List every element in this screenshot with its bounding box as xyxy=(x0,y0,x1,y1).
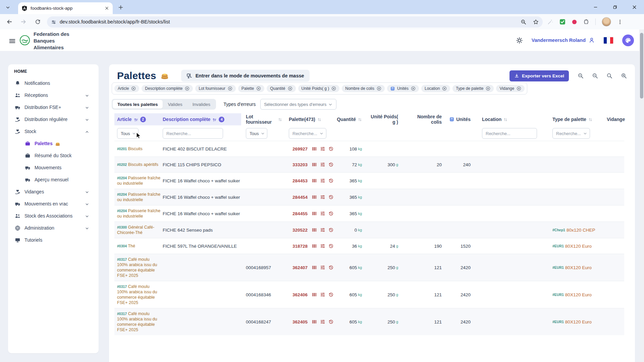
sidebar-item-stock[interactable]: Stock xyxy=(8,125,99,137)
column-header-quantite[interactable]: Quantité xyxy=(336,113,369,125)
sidebar-item-tutoriels[interactable]: Tutoriels xyxy=(8,234,99,246)
back-button[interactable] xyxy=(5,17,14,26)
chip-remove-icon[interactable] xyxy=(442,86,447,91)
history-icon[interactable] xyxy=(328,211,334,216)
sliders-icon[interactable] xyxy=(320,162,325,167)
table-row[interactable]: #0317 Café moulu 100% arabica issu du co… xyxy=(114,254,624,281)
search-icon[interactable] xyxy=(606,73,612,79)
filter-chip-vidange[interactable]: Vidange xyxy=(496,85,525,92)
sliders-icon[interactable] xyxy=(320,292,325,297)
filter-select-lot[interactable]: Tous xyxy=(246,128,267,139)
filter-select-article[interactable]: Tous xyxy=(117,128,139,139)
filter-chip-article[interactable]: Article xyxy=(114,85,139,92)
table-row[interactable]: #0304 ThéFICHE 597L Thé ORANGE/VANILLE31… xyxy=(114,238,624,254)
column-header-unites[interactable]: Unités xyxy=(446,113,474,125)
history-icon[interactable] xyxy=(328,319,334,324)
site-settings-icon[interactable] xyxy=(51,19,56,25)
palette-number-link[interactable]: 362405 xyxy=(289,319,308,324)
table-row[interactable]: #0202 Biscuits apéritifsFICHE 115 CHIPS … xyxy=(114,157,624,172)
column-header-type[interactable]: Type de palette xyxy=(543,113,603,125)
tab-list-chevron-icon[interactable] xyxy=(4,4,11,11)
sliders-icon[interactable] xyxy=(320,243,325,249)
table-row[interactable]: #0317 Café moulu 100% arabica issu du co… xyxy=(114,281,624,308)
sliders-icon[interactable] xyxy=(320,194,325,200)
reload-button[interactable] xyxy=(33,17,42,26)
chip-remove-icon[interactable] xyxy=(256,86,261,91)
filter-chip-lot-fournisseur[interactable]: Lot fournisseur xyxy=(195,85,235,92)
tab-invalides[interactable]: Invalides xyxy=(188,100,215,109)
table-row[interactable]: #0201 BiscuitsFICHE 402 BISCUIT DELACRE2… xyxy=(114,141,624,157)
forward-button[interactable] xyxy=(19,17,28,26)
column-header-desc[interactable]: Description complète4 xyxy=(161,113,241,125)
sidebar-item-administration[interactable]: Administration xyxy=(8,222,99,234)
chip-remove-icon[interactable] xyxy=(185,86,190,91)
wand-icon[interactable] xyxy=(547,19,553,25)
browser-profile-avatar[interactable] xyxy=(602,17,611,26)
extension-record-icon[interactable] xyxy=(572,19,577,25)
extension-check-icon[interactable] xyxy=(559,19,566,25)
browser-menu-icon[interactable] xyxy=(617,19,623,25)
history-icon[interactable] xyxy=(328,178,334,183)
theme-sun-icon[interactable] xyxy=(516,37,523,44)
filter-combo-type[interactable] xyxy=(552,128,590,139)
column-header-article[interactable]: Article2 xyxy=(114,113,161,125)
sidebar-item-resume-du-stock[interactable]: Résumé du Stock xyxy=(8,149,99,162)
bookmark-star-icon[interactable] xyxy=(533,19,539,25)
table-row[interactable]: #0204 Patisserie fraîche ou industrielle… xyxy=(114,189,624,205)
history-icon[interactable] xyxy=(328,243,334,249)
tab-toutes-les-palettes[interactable]: Toutes les palettes xyxy=(113,100,163,109)
sliders-icon[interactable] xyxy=(320,227,325,233)
palette-number-link[interactable]: 320522 xyxy=(289,228,308,233)
column-header-colis[interactable]: Nombre de colis xyxy=(406,113,446,125)
mass-movement-mode-button[interactable]: Entrer dans le mode de mouvements de mas… xyxy=(181,70,310,82)
filter-chip-type-de-palette[interactable]: Type de palette xyxy=(452,85,494,92)
zoom-out-icon[interactable] xyxy=(578,73,584,79)
sidebar-item-stock-des-associations[interactable]: Stock des Associations xyxy=(8,210,99,222)
palette-number-link[interactable]: 269927 xyxy=(289,146,308,152)
zoom-out-icon[interactable] xyxy=(592,73,598,79)
filter-chip-quantit[interactable]: Quantité xyxy=(267,85,296,92)
sliders-icon[interactable] xyxy=(320,146,325,152)
hamburger-menu-icon[interactable] xyxy=(8,37,16,45)
plus-icon[interactable] xyxy=(118,5,123,10)
filter-chip-unit-s[interactable]: Unités xyxy=(387,85,419,92)
filter-chip-nombre-de-colis[interactable]: Nombre de colis xyxy=(342,85,385,92)
chip-remove-icon[interactable] xyxy=(331,86,336,91)
address-bar[interactable]: dev.stock.foodbanksit.be/stock/app/fr-BE… xyxy=(47,16,543,27)
column-header-lot[interactable]: Lot fournisseur xyxy=(241,113,282,125)
barcode-icon[interactable] xyxy=(312,243,317,249)
filter-input-location[interactable] xyxy=(482,128,537,139)
history-icon[interactable] xyxy=(328,194,334,200)
extensions-puzzle-icon[interactable] xyxy=(583,19,589,25)
history-icon[interactable] xyxy=(328,162,334,167)
sidebar-item-vidanges[interactable]: Vidanges xyxy=(8,186,99,198)
column-header-vidange[interactable]: Vidange xyxy=(603,113,624,125)
table-row[interactable]: #0300 Général Café-Chicorée-ThéFICHE 642… xyxy=(114,222,624,238)
sidebar-item-mouvements-en-vrac[interactable]: Mouvements en vrac xyxy=(8,198,99,210)
palette-number-link[interactable]: 284453 xyxy=(289,178,308,183)
column-header-poids[interactable]: Unité Poids( g ) xyxy=(369,113,406,125)
filter-chip-unit-poids-g[interactable]: Unité Poids( g ) xyxy=(298,85,340,92)
sidebar-item-notifications[interactable]: Notifications xyxy=(8,77,99,89)
column-header-palette[interactable]: Palette(473) xyxy=(282,113,336,125)
window-restore-button[interactable] xyxy=(605,0,625,14)
table-row[interactable]: #0317 Café moulu 100% arabica issu du co… xyxy=(114,308,624,335)
chip-remove-icon[interactable] xyxy=(131,86,136,91)
tab-valides[interactable]: Valides xyxy=(163,100,187,109)
chip-remove-icon[interactable] xyxy=(517,86,521,91)
barcode-icon[interactable] xyxy=(312,194,317,200)
french-flag-icon[interactable] xyxy=(603,37,613,44)
export-excel-button[interactable]: Exporter vers Excel xyxy=(509,70,569,81)
palette-number-link[interactable]: 362406 xyxy=(289,292,308,297)
table-row[interactable]: #0204 Patisserie fraîche ou industrielle… xyxy=(114,205,624,222)
history-icon[interactable] xyxy=(328,146,334,152)
barcode-icon[interactable] xyxy=(312,265,317,270)
sliders-icon[interactable] xyxy=(320,319,325,324)
close-x-icon[interactable] xyxy=(105,6,109,10)
palette-number-link[interactable]: 333203 xyxy=(289,162,308,167)
filter-chip-description-compl-te[interactable]: Description complète xyxy=(142,85,193,92)
column-header-location[interactable]: Location xyxy=(474,113,543,125)
table-row[interactable]: #0204 Patisserie fraîche ou industrielle… xyxy=(114,172,624,189)
filter-chip-location[interactable]: Location xyxy=(421,85,450,92)
palette-number-link[interactable]: 284454 xyxy=(289,195,308,200)
